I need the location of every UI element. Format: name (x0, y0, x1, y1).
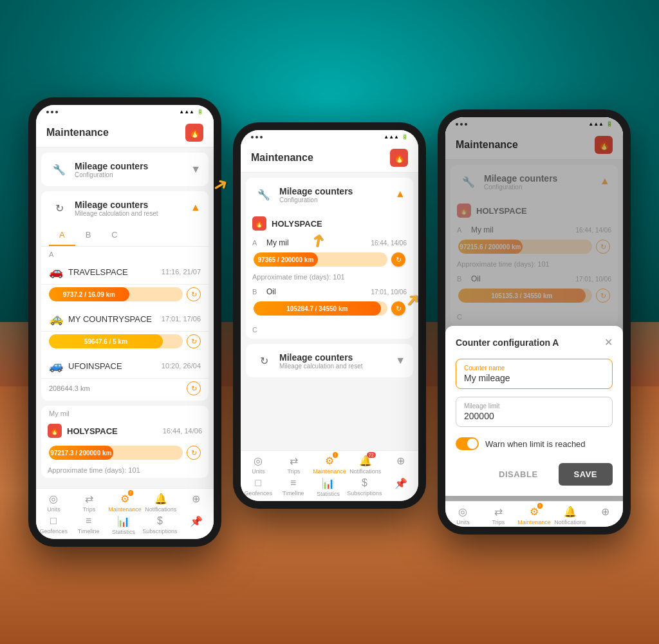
vehicle-item-ufoinspace: 🚙 UFOINSPACE 10:20, 26/04 208644.3 km ↻ (41, 354, 209, 401)
wrench-icon-2: 🔧 (254, 184, 274, 205)
nav-pin-2[interactable]: 📌 (385, 477, 417, 497)
app-header-1: Maintenance 🔥 (36, 118, 214, 147)
dialog-title: Counter configuration A (456, 337, 559, 348)
section-calc-text-1: Mileage counters Mileage calculation and… (75, 200, 190, 217)
nav-maintenance-3[interactable]: ⚙ ! Maintenance (517, 506, 551, 526)
vehicle-name-countryspace: MY COUNTRYSPACE (68, 314, 162, 324)
nav-notifications-2[interactable]: 🔔 72 Notifications (349, 455, 382, 475)
refresh-btn-b-2[interactable]: ↻ (391, 301, 405, 316)
nav-timeline-1[interactable]: ≡ Timeline (73, 515, 105, 535)
dialog-header: Counter configuration A ✕ (456, 336, 613, 348)
nav-geofences-1[interactable]: □ Geofences (37, 515, 70, 535)
vehicle-name-ufoinspace: UFOINSPACE (68, 361, 162, 371)
counter-name-a-2: My mil (266, 238, 367, 247)
pin-icon-1: 📌 (190, 515, 203, 527)
more-icon-2: ⊕ (396, 455, 405, 467)
counter-name-b-2: Oil (266, 287, 367, 296)
mileage-limit-field[interactable]: Mileage limit 200000 (456, 397, 613, 427)
nav-subscriptions-1[interactable]: $ Subscriptions (142, 515, 177, 535)
approx-time-a-2: Approximate time (days): 101 (246, 272, 413, 285)
dialog-close-button[interactable]: ✕ (604, 336, 613, 348)
refresh-btn-travelspace[interactable]: ↻ (187, 287, 201, 301)
nav-maintenance-1[interactable]: ⚙ ! Maintenance (108, 493, 142, 513)
notifications-icon-1: 🔔 (154, 493, 167, 505)
save-button[interactable]: SAVE (559, 463, 613, 486)
warn-toggle-label: Warn when limit is reached (485, 439, 586, 449)
wrench-icon-1: 🔧 (49, 159, 70, 180)
tab-c-1[interactable]: C (101, 225, 127, 246)
nav-units-label-2: Units (252, 468, 265, 475)
calc-icon-1: ↻ (49, 198, 70, 218)
phone-3: ▲▲▲🔋 Maintenance 🔥 🔧 Mileage counters (438, 109, 631, 535)
vehicle-icon-countryspace: 🚕 (49, 312, 63, 326)
nav-subscriptions-2[interactable]: $ Subscriptions (347, 477, 382, 497)
progress-text-b-2: 105284.7 / 34550 km (286, 305, 348, 312)
entity-name-2: HOLYSPACE (272, 219, 322, 229)
tab-a-1[interactable]: A (49, 225, 75, 246)
nav-trips-3[interactable]: ⇄ Trips (482, 506, 514, 526)
chevron-up-icon-1: ▼ (190, 202, 201, 214)
section-header-mileage-1[interactable]: 🔧 Mileage counters Configuration ▼ (41, 153, 209, 186)
nav-statistics-2[interactable]: 📊 Statistics (312, 477, 344, 497)
progress-countryspace: 59647.6 / 5 km ↻ (41, 332, 209, 354)
warn-toggle-switch[interactable] (456, 437, 479, 450)
trips-icon-3: ⇄ (494, 506, 503, 518)
counter-label-b-2: B (252, 288, 263, 296)
progress-bar-b-2: 105284.7 / 34550 km (254, 301, 381, 316)
nav-units-label-3: Units (456, 519, 470, 526)
nav-maintenance-2[interactable]: ⚙ ! Maintenance (313, 455, 346, 475)
progress-travelspace: 9737.2 / 16.09 km ↻ (41, 285, 209, 307)
nav-notifications-label-3: Notifications (554, 519, 586, 526)
nav-more-3[interactable]: ⊕ (589, 506, 622, 526)
nav-more-1[interactable]: ⊕ (180, 493, 212, 513)
chevron-down-icon-2: ▼ (395, 355, 405, 366)
counter-name-field[interactable]: Counter name My mileage (456, 359, 613, 389)
nav-trips-1[interactable]: ⇄ Trips (73, 493, 105, 513)
section-calc-subtitle-1: Mileage calculation and reset (75, 210, 190, 217)
nav-notifications-3[interactable]: 🔔 Notifications (554, 506, 586, 526)
maintenance-badge-2: ! (333, 452, 338, 458)
trips-icon-1: ⇄ (85, 493, 93, 505)
phone-1: ➜ ▲▲▲ 🔋 Maintenance (28, 97, 221, 547)
refresh-btn-holyspace-1[interactable]: ↻ (187, 446, 201, 460)
refresh-btn-a-2[interactable]: ↻ (391, 252, 405, 267)
status-icons-2: ▲▲▲🔋 (384, 134, 408, 140)
nav-notifications-1[interactable]: 🔔 Notifications (145, 493, 177, 513)
refresh-btn-ufoinspace[interactable]: ↻ (187, 381, 201, 395)
section-calc-header-2[interactable]: ↻ Mileage counters Mileage calculation a… (246, 344, 413, 377)
nav-maintenance-label-2: Maintenance (313, 468, 346, 475)
geofences-icon-2: □ (255, 477, 261, 489)
mileage-limit-value: 200000 (464, 411, 604, 421)
progress-bar-a-2: 97365 / 200000 km (254, 252, 318, 267)
nav-maintenance-label-1: Maintenance (108, 506, 142, 513)
nav-statistics-1[interactable]: 📊 Statistics (107, 515, 140, 535)
bottom-nav-3: ◎ Units ⇄ Trips ⚙ ! Maintenanc (445, 501, 623, 527)
nav-units-1[interactable]: ◎ Units (37, 493, 70, 513)
section-calc-header-1[interactable]: ↻ Mileage counters Mileage calculation a… (41, 191, 209, 225)
progress-bar-countryspace: 59647.6 / 5 km (49, 334, 163, 348)
progress-container-b-2: 105284.7 / 34550 km ↻ (246, 299, 413, 321)
nav-trips-2[interactable]: ⇄ Trips (277, 455, 310, 475)
progress-text-ufoinspace: 208644.3 km (49, 383, 183, 394)
disable-button[interactable]: DISABLE (486, 463, 551, 486)
nav-pin-1[interactable]: 📌 (180, 515, 212, 535)
fire-icon-1: 🔥 (185, 124, 203, 142)
section-subtitle-1: Configuration (75, 171, 190, 178)
refresh-btn-countryspace[interactable]: ↻ (187, 334, 201, 348)
entity-name-holyspace-1: HOLYSPACE (67, 426, 118, 436)
subscriptions-icon-1: $ (157, 515, 163, 527)
section-config-header-2[interactable]: 🔧 Mileage counters Configuration ▼ (246, 178, 413, 211)
mileage-limit-label: Mileage limit (464, 402, 604, 410)
vehicle-item-countryspace: 🚕 MY COUNTRYSPACE 17:01, 17/06 59647.6 /… (41, 307, 209, 354)
vehicle-time-travelspace: 11:16, 21/07 (162, 268, 201, 276)
nav-units-2[interactable]: ◎ Units (242, 455, 274, 475)
nav-more-2[interactable]: ⊕ (385, 455, 417, 475)
tab-b-1[interactable]: B (75, 225, 102, 246)
phone-notch-2: ▲▲▲🔋 (241, 130, 418, 144)
nav-units-3[interactable]: ◎ Units (447, 506, 479, 526)
nav-timeline-2[interactable]: ≡ Timeline (277, 477, 310, 497)
more-icon-3: ⊕ (601, 506, 609, 518)
progress-bar-travelspace: 9737.2 / 16.09 km (49, 287, 129, 301)
section-config-2: 🔧 Mileage counters Configuration ▼ 🔥 HOL… (246, 178, 413, 339)
nav-geofences-2[interactable]: □ Geofences (242, 477, 274, 497)
